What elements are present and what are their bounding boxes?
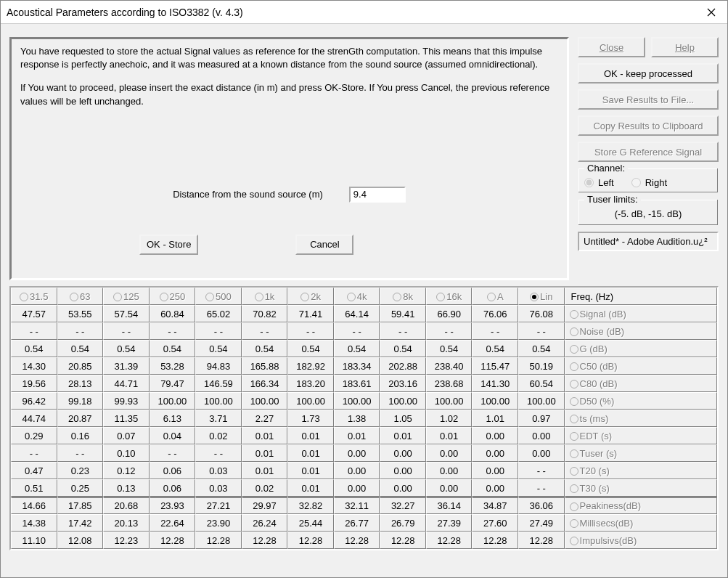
freq-band-2k[interactable]: 2k [287,288,334,305]
close-icon[interactable] [695,1,727,23]
cell: 1.01 [472,410,518,427]
cell: 99.18 [57,392,104,410]
param-row-Signal (dB)[interactable]: Signal (dB) [565,305,717,322]
cell: 60.84 [150,305,196,322]
cell: 100.00 [242,392,288,410]
cell: 20.85 [57,357,104,375]
cell: 27.39 [426,514,473,532]
save-results-button[interactable]: Save Results to File... [578,89,719,110]
freq-band-8k[interactable]: 8k [380,288,426,305]
freq-band-16k[interactable]: 16k [426,288,473,305]
cell: 0.06 [150,479,196,497]
param-row-Noise (dB)[interactable]: Noise (dB) [565,322,717,340]
cell: 27.49 [518,514,565,532]
distance-input[interactable] [349,187,406,203]
cell: 0.01 [426,427,473,444]
ok-keep-processed-button[interactable]: OK - keep processed [578,63,719,84]
cell: 94.83 [195,357,242,375]
cancel-button[interactable]: Cancel [295,235,353,255]
cell: 100.00 [518,392,565,410]
cell: 1.73 [287,410,334,427]
param-row-Impulsivs(dB)[interactable]: Impulsivs(dB) [565,532,717,549]
cell: 0.00 [380,479,426,497]
cell: 0.00 [426,444,473,462]
channel-left-radio[interactable]: Left [584,177,614,188]
cell: - - [242,322,288,340]
cell: 0.01 [334,427,380,444]
cell: 0.54 [334,340,380,357]
freq-band-125[interactable]: 125 [103,288,150,305]
side-panel: Close Help OK - keep processed Save Resu… [578,37,719,280]
param-row-Tuser (s)[interactable]: Tuser (s) [565,444,717,462]
cell: 60.54 [518,375,565,392]
tuser-fieldset: Tuser limits: (-5. dB, -15. dB) [578,199,719,226]
cell: 0.01 [242,444,288,462]
cell: 44.74 [11,410,57,427]
cell: 0.16 [57,427,104,444]
cell: 0.51 [11,479,57,497]
channel-right-radio[interactable]: Right [631,177,667,188]
cell: 183.61 [334,375,380,392]
dialog-window: Acoustical Parameters according to ISO33… [0,0,728,578]
tuser-legend: Tuser limits: [584,194,641,205]
freq-band-A[interactable]: A [472,288,518,305]
cell: 115.47 [472,357,518,375]
close-button[interactable]: Close [578,37,645,57]
freq-band-63[interactable]: 63 [57,288,104,305]
cell: - - [195,444,242,462]
cell: 59.41 [380,305,426,322]
cell: 0.54 [518,340,565,357]
param-row-EDT (s)[interactable]: EDT (s) [565,427,717,444]
freq-band-31.5[interactable]: 31.5 [11,288,57,305]
cell: 12.28 [195,532,242,549]
cell: 0.54 [242,340,288,357]
copy-clipboard-button[interactable]: Copy Results to Clipboard [578,115,719,136]
param-row-G (dB)[interactable]: G (dB) [565,340,717,357]
cell: 32.27 [380,497,426,514]
cell: 12.28 [518,532,565,549]
freq-band-500[interactable]: 500 [195,288,242,305]
cell: - - [287,322,334,340]
param-row-C80 (dB)[interactable]: C80 (dB) [565,375,717,392]
cell: 70.82 [242,305,288,322]
cell: 0.04 [150,427,196,444]
cell: 12.23 [103,532,150,549]
cell: 0.00 [380,444,426,462]
store-g-ref-button[interactable]: Store G Reference Signal [578,142,719,162]
cell: 0.10 [103,444,150,462]
param-row-T20 (s)[interactable]: T20 (s) [565,462,717,479]
cell: 12.28 [426,532,473,549]
cell: 57.54 [103,305,150,322]
param-row-Millisecs(dB)[interactable]: Millisecs(dB) [565,514,717,532]
help-button[interactable]: Help [651,37,719,57]
param-row-ts (ms)[interactable]: ts (ms) [565,410,717,427]
cell: 100.00 [426,392,473,410]
cell: 12.08 [57,532,104,549]
info-text-2: If You want to proceed, please insert th… [20,81,558,107]
cell: 6.13 [150,410,196,427]
param-row-Peakiness(dB)[interactable]: Peakiness(dB) [565,497,717,514]
cell: 0.00 [472,462,518,479]
freq-band-4k[interactable]: 4k [334,288,380,305]
param-row-D50 (%)[interactable]: D50 (%) [565,392,717,410]
param-row-C50 (dB)[interactable]: C50 (dB) [565,357,717,375]
cell: 29.97 [242,497,288,514]
cell: 36.06 [518,497,565,514]
cell: 3.71 [195,410,242,427]
cell: 0.06 [150,462,196,479]
cell: 0.03 [195,479,242,497]
cell: 53.28 [150,357,196,375]
cell: - - [103,322,150,340]
cell: 0.54 [426,340,473,357]
cell: 17.42 [57,514,104,532]
ok-store-button[interactable]: OK - Store [139,235,198,255]
param-row-T30 (s)[interactable]: T30 (s) [565,479,717,497]
freq-band-Lin[interactable]: Lin [518,288,565,305]
cell: 100.00 [150,392,196,410]
cell: 0.00 [426,479,473,497]
freq-band-1k[interactable]: 1k [242,288,288,305]
cell: 11.35 [103,410,150,427]
cell: - - [472,322,518,340]
cell: 0.97 [518,410,565,427]
freq-band-250[interactable]: 250 [150,288,196,305]
